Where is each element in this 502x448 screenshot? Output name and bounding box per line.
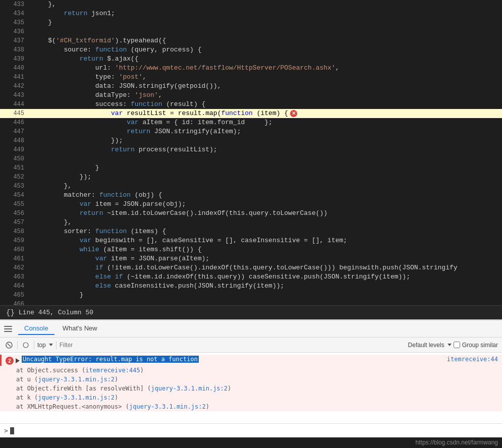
line-content: } (30, 291, 502, 300)
line-number: 452 (0, 173, 30, 182)
line-number: 458 (0, 227, 30, 236)
group-similar-checkbox[interactable] (454, 342, 460, 348)
line-number: 435 (0, 18, 30, 27)
line-content: data: JSON.stringify(getpoid()), (30, 82, 502, 91)
console-input-row: > (0, 423, 502, 437)
stack-link[interactable]: jquery-3.3.1.min.js:2 (38, 376, 115, 383)
line-number: 462 (0, 263, 30, 272)
console-menu-icon[interactable] (4, 324, 14, 334)
line-content: matcher: function (obj) { (30, 191, 502, 200)
code-line: 463 else if (~item.id.indexOf(this.query… (0, 272, 502, 282)
stack-link[interactable]: jquery-3.3.1.min.js:2 (129, 403, 206, 410)
code-line: 458 sorter: function (items) { (0, 227, 502, 236)
stack-trace: at Object.success (itemreceive:445) at u… (0, 366, 502, 411)
code-line: 447 return JSON.stringify(aItem); (0, 127, 502, 136)
svg-point-2 (23, 343, 28, 348)
expand-triangle[interactable] (16, 358, 20, 363)
stack-link[interactable]: jquery-3.3.1.min.js:2 (151, 385, 228, 392)
context-chevron (49, 344, 53, 346)
preserve-log-button[interactable] (21, 340, 31, 350)
code-line: 441 type: 'post', (0, 73, 502, 82)
line-content: $('#CH_txtformid').typeahead({ (30, 36, 502, 45)
line-content: } (30, 18, 502, 27)
line-content: }, (30, 182, 502, 191)
error-badge-icon: ✕ (290, 110, 297, 117)
line-number: 444 (0, 100, 30, 109)
code-line: 445 var resultList = result.map(function… (0, 109, 502, 118)
line-number: 449 (0, 145, 30, 154)
code-line: 443 dataType: 'json', (0, 91, 502, 100)
line-number: 439 (0, 54, 30, 64)
stack-text: at k ( (16, 394, 38, 401)
context-label: top (37, 342, 46, 349)
code-line: 465 } (0, 291, 502, 300)
error-source-link[interactable]: itemreceive:44 (447, 356, 498, 363)
line-content: var item = JSON.parse(obj); (30, 200, 502, 209)
status-bar: {} Line 445, Column 50 (0, 305, 502, 319)
watermark: https://blog.csdn.net/farmwang (416, 439, 498, 446)
svg-line-1 (8, 344, 11, 347)
code-line: 442 data: JSON.stringify(getpoid()), (0, 82, 502, 91)
console-prompt: > (4, 427, 8, 434)
line-number: 445 (0, 109, 30, 118)
code-line: 438 source: function (query, process) { (0, 45, 502, 54)
line-content: source: function (query, process) { (30, 45, 502, 54)
code-line: 449 return process(resultList); (0, 145, 502, 154)
stack-link[interactable]: jquery-3.3.1.min.js:2 (38, 394, 115, 401)
line-number: 455 (0, 200, 30, 209)
default-levels-label: Default levels (408, 342, 444, 349)
line-number: 463 (0, 272, 30, 282)
toolbar-separator-3 (56, 341, 57, 349)
code-line: 460 while (aItem = items.shift()) { (0, 245, 502, 254)
error-highlight: Uncaught TypeError: result.map is not a … (22, 356, 199, 363)
line-content: else if (~item.id.indexOf(this.query)) c… (30, 272, 502, 282)
context-selector[interactable]: top (37, 342, 53, 349)
line-content: sorter: function (items) { (30, 227, 502, 236)
line-number: 441 (0, 73, 30, 82)
stack-link[interactable]: itemreceive:445 (85, 367, 140, 374)
line-number: 433 (0, 0, 30, 9)
line-number: 460 (0, 245, 30, 254)
line-content: success: function (result) { (30, 100, 502, 109)
line-content: }, (30, 0, 502, 9)
line-number: 437 (0, 36, 30, 45)
stack-text: at u ( (16, 376, 38, 383)
line-number: 442 (0, 82, 30, 91)
line-content: if (!item.id.toLowerCase().indexOf(this.… (30, 263, 502, 272)
filter-input[interactable] (60, 342, 135, 349)
line-number: 457 (0, 218, 30, 227)
code-line: 464 else caseInsensitive.push(JSON.strin… (0, 282, 502, 291)
line-number: 434 (0, 9, 30, 18)
line-number: 436 (0, 27, 30, 36)
line-content: var item = JSON.parse(aItem); (30, 254, 502, 263)
code-line: 446 var aItem = { id: item.form_id }; (0, 118, 502, 127)
status-text: Line 445, Column 50 (19, 309, 93, 316)
code-line: 444 success: function (result) { (0, 100, 502, 109)
code-line: 436 (0, 27, 502, 36)
code-line: 452 }); (0, 173, 502, 182)
line-content: }); (30, 136, 502, 145)
tab-console[interactable]: Console (18, 322, 54, 335)
code-line: 456 return ~item.id.toLowerCase().indexO… (0, 209, 502, 218)
line-number: 454 (0, 191, 30, 200)
console-output: 2 Uncaught TypeError: result.map is not … (0, 353, 502, 423)
line-content: dataType: 'json', (30, 91, 502, 100)
line-number: 443 (0, 91, 30, 100)
line-number: 440 (0, 64, 30, 73)
line-content (30, 154, 502, 163)
toolbar-separator-1 (17, 341, 18, 349)
stack-text: at XMLHttpRequest.<anonymous> ( (16, 403, 129, 410)
clear-console-button[interactable] (4, 340, 14, 350)
line-content: url: 'http://www.qmtec.net/fastflow/Http… (30, 64, 502, 73)
stack-line: at Object.fireWith [as resolveWith] (jqu… (0, 384, 502, 393)
line-content: while (aItem = items.shift()) { (30, 245, 502, 254)
stack-line: at u (jquery-3.3.1.min.js:2) (0, 375, 502, 384)
group-similar-label: Group similar (462, 342, 498, 349)
line-content: var beginswith = [], caseSensitive = [],… (30, 236, 502, 245)
line-content: return process(resultList); (30, 145, 502, 154)
code-line: 439 return $.ajax({ (0, 54, 502, 64)
line-number: 466 (0, 300, 30, 305)
error-row-main: 2 Uncaught TypeError: result.map is not … (0, 355, 502, 366)
braces-icon: {} (6, 309, 15, 317)
tab-whats-new[interactable]: What's New (57, 322, 103, 335)
